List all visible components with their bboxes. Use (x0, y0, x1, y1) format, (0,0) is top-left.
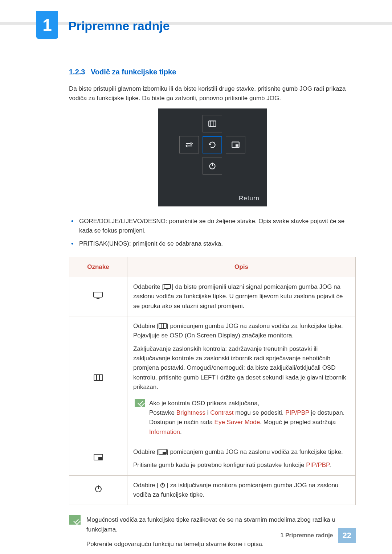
highlight-pip: PIP/PBP (306, 461, 329, 468)
intro-paragraph: Da biste pristupili glavnom izborniku il… (69, 84, 356, 103)
source-icon (164, 283, 172, 290)
osd-menu-icon (203, 115, 222, 132)
chapter-number-box: 1 (36, 11, 58, 39)
pip-icon (93, 456, 104, 463)
list-item: GORE/DOLJE/LIJEVO/DESNO: pomaknite se do… (69, 217, 356, 236)
row-icon-power (69, 475, 127, 505)
text: Zaključavanje zaslonskih kontrola: zadrž… (133, 344, 350, 392)
text: mogu se podesiti. (233, 409, 285, 416)
row-desc-power: Odabire [] za isključivanje monitora pom… (127, 475, 356, 505)
text: Postavke (149, 409, 176, 416)
power-icon (159, 482, 167, 489)
text: je dostupan. (309, 409, 344, 416)
menu-icon (159, 323, 167, 329)
text: Odabire [ (133, 448, 159, 455)
svg-rect-11 (94, 375, 103, 381)
note-block: Ako je kontrola OSD prikaza zaključana, … (133, 399, 350, 437)
row-desc-source: Odaberite [] da biste promijenili ulazni… (127, 277, 356, 316)
list-item: PRITISAK(UNOS): primijenit će se odabran… (69, 239, 356, 249)
section-number: 1.2.3 (69, 68, 85, 76)
section-title: Vodič za funkcijske tipke (91, 68, 176, 76)
text: ] pomicanjem gumba JOG na zaslonu vodiča… (167, 448, 343, 455)
osd-return-icon (203, 136, 222, 153)
source-icon (93, 294, 104, 301)
text: Odabire [ (133, 323, 159, 329)
power-icon (93, 488, 104, 495)
note-body: Ako je kontrola OSD prikaza zaključana, … (149, 399, 350, 437)
table-row: Odabire [] pomicanjem gumba JOG na zaslo… (69, 442, 356, 475)
row-desc-menu: Odabire [] pomicanjem gumba JOG na zaslo… (127, 316, 356, 442)
text: . (180, 428, 182, 435)
text: Pritisnite gumb kada je potrebno konfigu… (133, 461, 306, 468)
osd-guide-figure: Return (69, 108, 356, 206)
highlight-pip: PIP/PBP (285, 409, 309, 416)
osd-panel: Return (158, 108, 267, 206)
menu-icon (93, 377, 104, 383)
footer-chapter-ref: 1 Pripremne radnje (281, 532, 333, 539)
instruction-list: GORE/DOLJE/LIJEVO/DESNO: pomaknite se do… (69, 217, 356, 249)
row-icon-pip (69, 442, 127, 475)
table-row: Odabire [] za isključivanje monitora pom… (69, 475, 356, 505)
text: i (205, 409, 210, 416)
osd-pip-icon (226, 136, 245, 153)
svg-rect-4 (236, 144, 238, 147)
osd-source-icon (179, 136, 199, 153)
highlight-contrast: Contrast (210, 409, 233, 416)
text: . (329, 461, 331, 468)
osd-return-label: Return (239, 195, 262, 202)
section-heading: 1.2.3 Vodič za funkcijske tipke (69, 68, 356, 76)
highlight-eye-saver: Eye Saver Mode (215, 419, 260, 426)
svg-rect-9 (164, 284, 171, 288)
row-icon-source (69, 277, 127, 316)
page-footer: 1 Pripremne radnje 22 (281, 528, 356, 543)
table-row: Odabire [] pomicanjem gumba JOG na zaslo… (69, 316, 356, 442)
row-desc-pip: Odabire [] pomicanjem gumba JOG na zaslo… (127, 442, 356, 475)
page-number: 22 (338, 528, 356, 543)
text: Odaberite [ (133, 283, 164, 290)
svg-rect-14 (159, 323, 166, 328)
pip-icon (159, 448, 167, 455)
row-icon-menu (69, 316, 127, 442)
chapter-header: 1 Pripremne radnje (0, 0, 392, 39)
svg-rect-20 (163, 452, 166, 454)
text: Ako je kontrola OSD prikaza zaključana, (149, 399, 350, 408)
osd-power-icon (203, 157, 222, 175)
table-header-icons: Oznake (69, 257, 127, 277)
note-icon (69, 515, 81, 525)
note-icon (135, 399, 145, 407)
svg-rect-0 (209, 121, 216, 126)
table-row: Odaberite [] da biste promijenili ulazni… (69, 277, 356, 316)
svg-rect-7 (94, 292, 102, 297)
function-table: Oznake Opis Odaberite [] da biste promij… (69, 257, 356, 505)
highlight-brightness: Brightness (176, 409, 205, 416)
highlight-information: Information (149, 428, 180, 435)
text: . Moguć je pregled sadržaja (260, 419, 336, 426)
svg-rect-18 (98, 457, 102, 460)
text: Odabire [ (133, 482, 159, 489)
text: Dostupan je način rada (149, 419, 215, 426)
chapter-title: Pripremne radnje (68, 19, 170, 33)
content: 1.2.3 Vodič za funkcijske tipke Da biste… (0, 68, 392, 554)
table-header-desc: Opis (127, 257, 356, 277)
